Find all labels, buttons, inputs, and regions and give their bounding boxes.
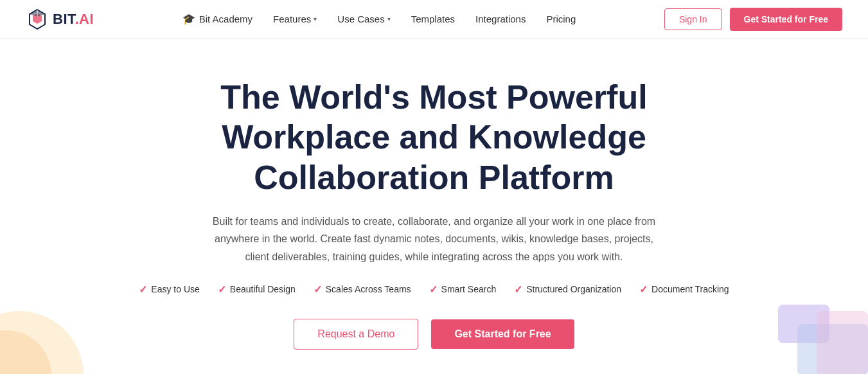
bg-shape-left — [0, 292, 116, 374]
feature-structured-org: ✓ Structured Organization — [514, 283, 621, 296]
feature-beautiful-design: ✓ Beautiful Design — [218, 283, 296, 296]
nav-features-label: Features — [273, 13, 311, 24]
check-icon-3: ✓ — [314, 283, 322, 296]
svg-rect-7 — [797, 324, 868, 374]
svg-point-5 — [0, 330, 51, 374]
nav-link-academy[interactable]: 🎓 Bit Academy — [182, 13, 252, 25]
bit-logo-icon — [26, 8, 49, 31]
logo[interactable]: BIT.AI — [26, 8, 94, 31]
nav-actions: Sign In Get Started for Free — [664, 8, 842, 31]
check-icon-5: ✓ — [514, 283, 522, 296]
svg-point-4 — [0, 311, 84, 374]
check-icon-6: ✓ — [639, 283, 648, 296]
nav-link-templates[interactable]: Templates — [411, 13, 455, 24]
feature-label-6: Document Tracking — [651, 284, 729, 294]
feature-label-3: Scales Across Teams — [326, 284, 411, 294]
nav-pricing-label: Pricing — [546, 13, 576, 24]
logo-bit: BIT — [53, 11, 75, 27]
get-started-hero-button[interactable]: Get Started for Free — [431, 319, 574, 349]
svg-rect-6 — [778, 305, 829, 343]
hero-section: The World's Most Powerful Workplace and … — [0, 39, 868, 374]
feature-label-5: Structured Organization — [526, 284, 621, 294]
academy-icon: 🎓 — [182, 13, 195, 25]
nav-item-features[interactable]: Features ▾ — [273, 13, 317, 24]
nav-academy-label: Bit Academy — [199, 13, 252, 24]
hero-title-line2: Workplace and Knowledge Collaboration Pl… — [222, 118, 646, 195]
nav-item-usecases[interactable]: Use Cases ▾ — [337, 13, 390, 24]
navbar: BIT.AI 🎓 Bit Academy Features ▾ Use Case… — [0, 0, 868, 39]
feature-scales-teams: ✓ Scales Across Teams — [314, 283, 411, 296]
nav-links: 🎓 Bit Academy Features ▾ Use Cases ▾ Tem… — [182, 13, 576, 25]
hero-title-line1: The World's Most Powerful — [220, 78, 647, 116]
hero-title: The World's Most Powerful Workplace and … — [145, 77, 723, 197]
nav-usecases-label: Use Cases — [337, 13, 384, 24]
feature-document-tracking: ✓ Document Tracking — [639, 283, 729, 296]
nav-item-academy[interactable]: 🎓 Bit Academy — [182, 13, 252, 25]
feature-label-1: Easy to Use — [151, 284, 199, 294]
nav-item-pricing[interactable]: Pricing — [546, 13, 576, 24]
check-icon-4: ✓ — [429, 283, 438, 296]
nav-link-pricing[interactable]: Pricing — [546, 13, 576, 24]
hero-subtitle: Built for teams and individuals to creat… — [203, 213, 666, 265]
check-icon-1: ✓ — [139, 283, 147, 296]
nav-integrations-label: Integrations — [475, 13, 526, 24]
nav-templates-label: Templates — [411, 13, 455, 24]
feature-smart-search: ✓ Smart Search — [429, 283, 497, 296]
svg-rect-8 — [817, 311, 868, 374]
features-list: ✓ Easy to Use ✓ Beautiful Design ✓ Scale… — [139, 283, 729, 296]
nav-link-usecases[interactable]: Use Cases ▾ — [337, 13, 390, 24]
nav-item-integrations[interactable]: Integrations — [475, 13, 526, 24]
request-demo-button[interactable]: Request a Demo — [294, 319, 418, 350]
get-started-nav-button[interactable]: Get Started for Free — [730, 8, 842, 31]
check-icon-2: ✓ — [218, 283, 226, 296]
signin-button[interactable]: Sign In — [664, 8, 722, 30]
features-chevron-icon: ▾ — [314, 15, 317, 22]
nav-link-features[interactable]: Features ▾ — [273, 13, 317, 24]
logo-text: BIT.AI — [53, 11, 94, 28]
bg-shape-right — [740, 292, 868, 374]
logo-ai: .AI — [75, 11, 94, 27]
nav-link-integrations[interactable]: Integrations — [475, 13, 526, 24]
feature-easy-to-use: ✓ Easy to Use — [139, 283, 199, 296]
usecases-chevron-icon: ▾ — [387, 15, 391, 22]
feature-label-4: Smart Search — [441, 284, 497, 294]
hero-buttons: Request a Demo Get Started for Free — [294, 319, 574, 350]
feature-label-2: Beautiful Design — [230, 284, 296, 294]
nav-item-templates[interactable]: Templates — [411, 13, 455, 24]
